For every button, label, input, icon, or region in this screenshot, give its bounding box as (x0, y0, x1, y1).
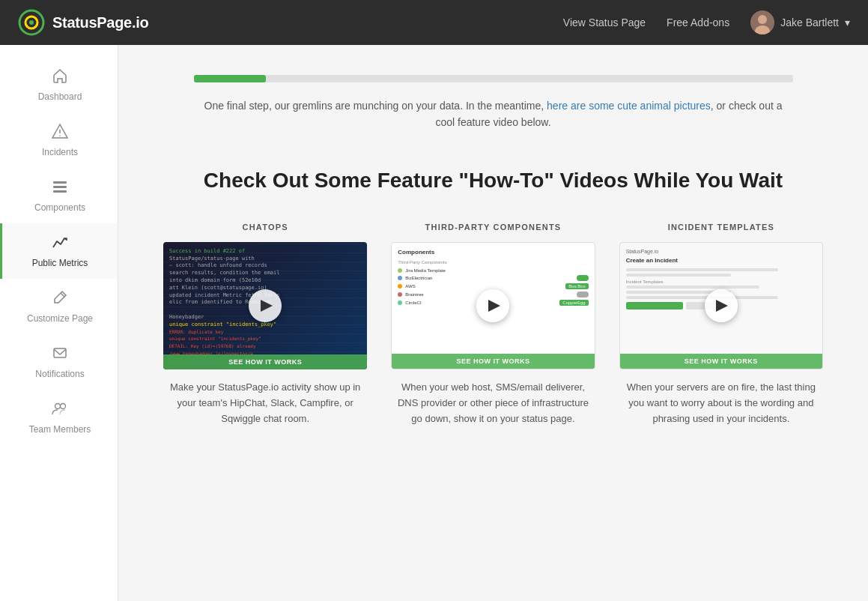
customize-icon (52, 289, 68, 309)
link-pictures[interactable]: pictures (674, 100, 711, 112)
link-some[interactable]: some (589, 100, 614, 112)
card-incident-templates: INCIDENT TEMPLATES StatusPage.io Create … (619, 223, 823, 427)
sidebar-item-customize-page[interactable]: Customize Page (0, 279, 118, 334)
progress-track (194, 75, 793, 82)
see-how-chatops[interactable]: See How It Works (163, 354, 367, 369)
avatar-image (750, 10, 774, 34)
notifications-icon (52, 345, 68, 364)
play-button-incident-templates[interactable] (705, 289, 738, 322)
svg-rect-10 (53, 190, 67, 193)
sidebar-item-public-metrics[interactable]: Public Metrics (0, 223, 118, 279)
logo-text: StatusPage.io (52, 14, 148, 31)
play-button-chatops[interactable] (249, 289, 282, 322)
link-here[interactable]: here (547, 100, 568, 112)
svg-point-4 (758, 15, 767, 24)
sidebar-label-components: Components (34, 202, 85, 213)
link-cute[interactable]: cute (617, 100, 637, 112)
avatar (750, 10, 774, 34)
card-chatops: CHATOPS Success in build #222 of StatusP… (163, 223, 367, 427)
statuspage-logo-icon (18, 9, 45, 36)
svg-point-14 (61, 404, 66, 409)
play-triangle-icon (488, 300, 500, 312)
logo: StatusPage.io (18, 9, 148, 36)
svg-rect-9 (53, 186, 67, 188)
components-icon (52, 178, 68, 198)
sidebar-label-dashboard: Dashboard (38, 91, 82, 102)
svg-point-2 (29, 20, 34, 25)
link-are[interactable]: are (571, 100, 586, 112)
card-title-chatops: CHATOPS (243, 223, 288, 232)
card-desc-third-party: When your web host, SMS/email deliverer,… (391, 380, 595, 426)
link-animal[interactable]: animal (640, 100, 671, 112)
card-desc-chatops: Make your StatusPage.io activity show up… (163, 380, 367, 426)
play-button-third-party[interactable] (476, 289, 509, 322)
user-name: Jake Bartlett (780, 16, 839, 28)
main-content: One final step, our gremlins are munchin… (118, 45, 868, 601)
video-thumb-chatops[interactable]: Success in build #222 of StatusPage/stat… (163, 242, 367, 369)
free-addons-link[interactable]: Free Add-ons (667, 16, 729, 28)
topnav-right: View Status Page Free Add-ons Jake Bartl… (563, 10, 850, 34)
cards-grid: CHATOPS Success in build #222 of StatusP… (163, 223, 823, 427)
card-desc-incident-templates: When your servers are on fire, the last … (619, 380, 823, 426)
progress-fill (194, 75, 266, 82)
sidebar-label-public-metrics: Public Metrics (32, 258, 88, 268)
svg-point-7 (59, 135, 61, 136)
card-third-party: THIRD-PARTY COMPONENTS Components Third-… (391, 223, 595, 427)
sidebar-label-notifications: Notifications (35, 369, 84, 379)
svg-point-13 (55, 404, 61, 409)
see-how-incident-templates[interactable]: See How It Works (620, 354, 822, 369)
sidebar: Dashboard Incidents Components Public Me… (0, 45, 118, 601)
sidebar-item-notifications[interactable]: Notifications (0, 334, 118, 390)
progress-container (194, 75, 793, 82)
sidebar-item-dashboard[interactable]: Dashboard (0, 57, 118, 112)
play-triangle-icon (261, 300, 273, 312)
svg-rect-12 (54, 348, 66, 357)
svg-rect-8 (53, 181, 67, 184)
sidebar-label-team-members: Team Members (29, 424, 91, 435)
view-status-page-link[interactable]: View Status Page (563, 16, 646, 28)
metrics-icon (52, 234, 68, 253)
see-how-third-party[interactable]: See How It Works (392, 354, 594, 369)
loading-text: One final step, our gremlins are munchin… (194, 97, 793, 131)
sidebar-label-customize-page: Customize Page (27, 313, 93, 324)
sidebar-item-incidents[interactable]: Incidents (0, 112, 118, 168)
card-title-incident-templates: INCIDENT TEMPLATES (668, 223, 774, 232)
feature-heading: Check Out Some Feature "How-To" Videos W… (163, 169, 823, 193)
play-triangle-icon (716, 300, 728, 312)
card-title-third-party: THIRD-PARTY COMPONENTS (425, 223, 562, 232)
topnav: StatusPage.io View Status Page Free Add-… (0, 0, 868, 45)
sidebar-item-components[interactable]: Components (0, 168, 118, 223)
home-icon (52, 67, 68, 87)
sidebar-label-incidents: Incidents (42, 147, 78, 157)
user-menu[interactable]: Jake Bartlett ▾ (750, 10, 850, 34)
video-thumb-third-party[interactable]: Components Third-Party Components Jira M… (391, 242, 595, 369)
team-members-icon (52, 400, 68, 420)
user-dropdown-arrow: ▾ (845, 16, 850, 28)
video-thumb-incident-templates[interactable]: StatusPage.io Create an Incident Inciden… (619, 242, 823, 369)
sidebar-item-team-members[interactable]: Team Members (0, 390, 118, 445)
warning-icon (52, 123, 68, 142)
